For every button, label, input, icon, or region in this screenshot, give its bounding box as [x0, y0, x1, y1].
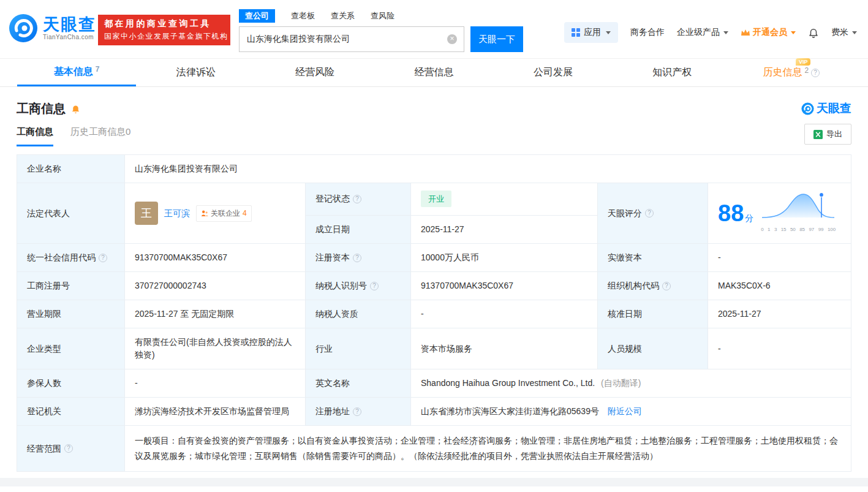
watermark-text: 天眼查	[817, 100, 851, 116]
business-scope-label: 经营范围	[17, 426, 125, 472]
search-tab-risk[interactable]: 查风险	[371, 10, 394, 21]
chevron-down-icon	[852, 31, 857, 34]
subtab-business-info[interactable]: 工商信息	[17, 126, 53, 146]
crown-icon	[741, 29, 750, 36]
menu-open-vip[interactable]: 开通会员	[741, 27, 796, 38]
tab-intellectual-property[interactable]: 知识产权	[613, 59, 731, 86]
taxpayer-quality-label: 纳税人资质	[306, 300, 411, 328]
tab-operation-info[interactable]: 经营信息	[374, 59, 493, 86]
tab-label: 经营风险	[295, 66, 334, 79]
help-icon[interactable]	[811, 69, 820, 77]
tab-legal-litigation[interactable]: 法律诉讼	[136, 59, 255, 86]
company-type-label: 企业类型	[17, 328, 125, 369]
menu-enterprise-products[interactable]: 企业级产品	[677, 27, 728, 38]
export-button[interactable]: 导出	[804, 124, 851, 145]
clear-input-icon[interactable]	[447, 34, 457, 44]
search-input[interactable]	[239, 26, 464, 52]
grid-icon	[572, 28, 580, 37]
company-type-value: 有限责任公司(非自然人投资或控股的法人独资)	[125, 328, 306, 369]
search-button[interactable]: 天眼一下	[470, 26, 523, 52]
business-scope-value: 一般项目：自有资金投资的资产管理服务；以自有资金从事投资活动；企业管理；社会经济…	[125, 426, 851, 472]
help-icon[interactable]	[353, 407, 361, 416]
subtabs: 工商信息 历史工商信息0 导出	[17, 126, 851, 148]
help-icon[interactable]	[353, 195, 361, 203]
section-title: 工商信息	[17, 100, 66, 117]
help-icon[interactable]	[99, 254, 107, 262]
help-icon[interactable]	[353, 254, 361, 262]
score-unit: 分	[745, 213, 753, 223]
tab-label: 公司发展	[534, 66, 573, 79]
banner-line2: 国家中小企业发展子基金旗下机构	[104, 31, 224, 42]
search-tab-company[interactable]: 查公司	[239, 9, 275, 23]
subtab-history-business-info[interactable]: 历史工商信息0	[70, 126, 130, 145]
reg-number-label: 工商注册号	[17, 272, 125, 300]
tab-label: 法律诉讼	[176, 66, 216, 79]
taxpayer-id-value: 91370700MAK35C0X67	[411, 272, 598, 300]
tab-operation-risk[interactable]: 经营风险	[255, 59, 374, 86]
notification-bell-icon[interactable]	[808, 27, 819, 38]
search-tab-boss[interactable]: 查老板	[291, 10, 315, 21]
monitor-bell-icon[interactable]	[70, 104, 81, 114]
company-nav-tabs: 基本信息 7 法律诉讼 经营风险 经营信息 公司发展 知识产权 历史信息 VIP…	[0, 58, 868, 87]
export-label: 导出	[826, 129, 842, 140]
menu-business-cooperation[interactable]: 商务合作	[630, 27, 665, 38]
english-name-value: Shandong Haihua Group Investment Co., Lt…	[411, 369, 851, 398]
tab-company-development[interactable]: 公司发展	[494, 59, 613, 86]
vip-label: 开通会员	[753, 27, 787, 38]
tab-history-info[interactable]: 历史信息 VIP 2	[732, 59, 851, 86]
table-row: 企业名称 山东海化集团投资有限公司	[17, 155, 851, 183]
watermark-logo-icon	[801, 102, 814, 115]
legal-rep-name-link[interactable]: 王可滨	[164, 207, 190, 220]
tianyancha-logo[interactable]: 天眼查 TianYanCha.com	[9, 13, 96, 43]
company-name-value: 山东海化集团投资有限公司	[125, 155, 851, 183]
industry-value: 资本市场服务	[411, 328, 598, 369]
related-companies-count: 4	[243, 207, 247, 220]
tab-count: 7	[96, 65, 100, 74]
table-row: 企业类型 有限责任公司(非自然人投资或控股的法人独资) 行业 资本市场服务 人员…	[17, 328, 851, 369]
help-icon[interactable]	[370, 282, 379, 290]
staff-size-label: 人员规模	[598, 328, 708, 369]
related-companies-icon	[201, 210, 208, 217]
reg-capital-label: 注册资本	[306, 244, 411, 272]
reg-number-value: 370727000002743	[125, 272, 306, 300]
page-bottom-divider	[0, 478, 868, 486]
search-tab-relation[interactable]: 查关系	[331, 10, 355, 21]
score-label: 天眼评分	[598, 183, 708, 244]
taxpayer-id-label: 纳税人识别号	[306, 272, 411, 300]
help-icon[interactable]	[645, 209, 654, 218]
apps-button[interactable]: 应用	[564, 22, 618, 43]
status-badge: 开业	[421, 191, 451, 207]
score-value: 88分 0	[708, 183, 851, 244]
top-menu: 应用 商务合作 企业级产品 开通会员 费米	[564, 22, 857, 43]
help-icon[interactable]	[64, 444, 73, 453]
table-row: 经营范围 一般项目：自有资金投资的资产管理服务；以自有资金从事投资活动；企业管理…	[17, 426, 851, 472]
chevron-down-icon	[606, 31, 611, 34]
score-distribution-chart: 01 315 5085 9799 100	[761, 191, 836, 236]
tianyancha-watermark: 天眼查	[801, 100, 851, 116]
excel-icon	[813, 130, 823, 139]
chevron-down-icon	[791, 31, 796, 34]
english-name-text: Shandong Haihua Group Investment Co., Lt…	[421, 378, 595, 388]
score-number: 88	[718, 200, 744, 226]
tab-label: 历史信息	[763, 66, 802, 79]
user-menu[interactable]: 费米	[831, 27, 857, 38]
help-icon[interactable]	[662, 282, 671, 290]
subtab-label: 历史工商信息	[70, 126, 126, 137]
legal-rep-avatar[interactable]: 王	[135, 202, 158, 225]
industry-label: 行业	[306, 328, 411, 369]
tab-label: 知识产权	[652, 66, 692, 79]
est-date-value: 2025-11-27	[411, 215, 598, 243]
nearby-companies-link[interactable]: 附近公司	[608, 406, 642, 416]
tab-basic-info[interactable]: 基本信息 7	[17, 59, 136, 86]
approval-date-label: 核准日期	[598, 300, 708, 328]
est-date-label: 成立日期	[306, 215, 411, 243]
legal-rep-label: 法定代表人	[17, 183, 125, 244]
table-row: 法定代表人 王 王可滨 关联企业 4	[17, 183, 851, 216]
reg-status-label: 登记状态	[306, 183, 411, 216]
auto-translate-note: (自动翻译)	[601, 378, 641, 388]
logo-text-en: TianYanCha.com	[43, 34, 96, 40]
company-name-label: 企业名称	[17, 155, 125, 183]
table-row: 统一社会信用代码 91370700MAK35C0X67 注册资本 10000万人…	[17, 244, 851, 272]
related-companies-badge[interactable]: 关联企业 4	[196, 205, 252, 222]
username: 费米	[831, 27, 848, 38]
